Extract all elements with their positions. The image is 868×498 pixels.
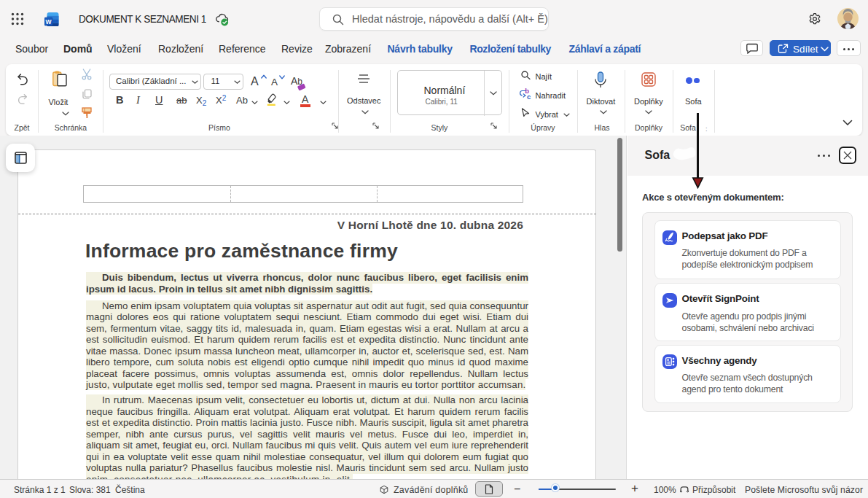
svg-text:W: W xyxy=(45,18,52,26)
svg-text:c: c xyxy=(527,93,531,100)
